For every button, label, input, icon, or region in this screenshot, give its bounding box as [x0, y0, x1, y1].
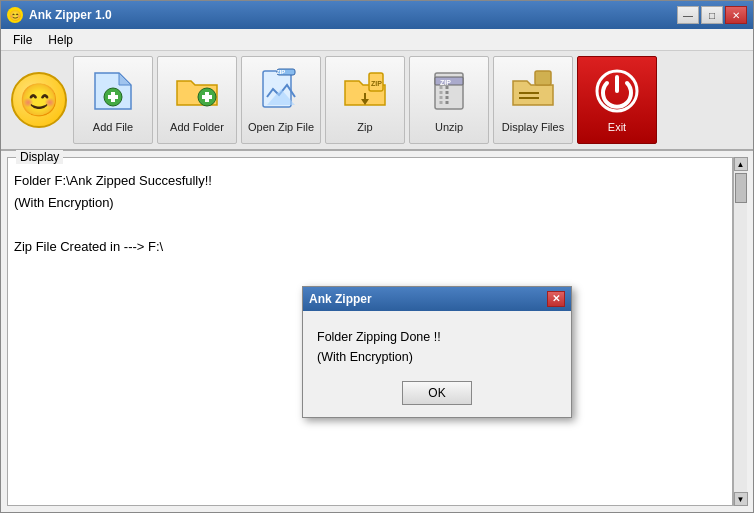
dialog-ok-button[interactable]: OK [402, 381, 472, 405]
dialog-buttons: OK [317, 381, 557, 405]
scrollbar[interactable]: ▲ ▼ [733, 157, 747, 506]
dialog-message-line1: Folder Zipping Done !! [317, 327, 557, 347]
display-files-icon [507, 65, 559, 117]
unzip-button[interactable]: ZIP Unzip [409, 56, 489, 144]
app-icon: 😊 [7, 7, 23, 23]
dialog-close-button[interactable]: ✕ [547, 291, 565, 307]
add-folder-label: Add Folder [170, 121, 224, 134]
zip-button[interactable]: ZIP Zip [325, 56, 405, 144]
add-folder-icon [171, 65, 223, 117]
svg-text:ZIP: ZIP [371, 80, 382, 87]
display-line4: Zip File Created in ---> F:\ [14, 236, 726, 258]
toolbar: 😊 Add File [1, 51, 753, 151]
dialog-title-bar: Ank Zipper ✕ [303, 287, 571, 311]
menu-bar: File Help [1, 29, 753, 51]
dialog-title: Ank Zipper [309, 292, 372, 306]
window-title: Ank Zipper 1.0 [29, 8, 112, 22]
scroll-down-arrow[interactable]: ▼ [734, 492, 748, 506]
exit-label: Exit [608, 121, 626, 134]
title-bar: 😊 Ank Zipper 1.0 — □ ✕ [1, 1, 753, 29]
display-line1: Folder F:\Ank Zipped Succesfully!! [14, 170, 726, 192]
svg-rect-7 [202, 95, 212, 99]
open-zip-label: Open Zip File [248, 121, 314, 134]
open-zip-button[interactable]: ZIP Open Zip File [241, 56, 321, 144]
display-files-button[interactable]: Display Files [493, 56, 573, 144]
main-window: 😊 Ank Zipper 1.0 — □ ✕ File Help 😊 [0, 0, 754, 513]
maximize-button[interactable]: □ [701, 6, 723, 24]
add-folder-button[interactable]: Add Folder [157, 56, 237, 144]
add-file-icon [87, 65, 139, 117]
scroll-up-arrow[interactable]: ▲ [734, 157, 748, 171]
minimize-button[interactable]: — [677, 6, 699, 24]
exit-button[interactable]: Exit [577, 56, 657, 144]
display-line3 [14, 214, 726, 236]
zip-icon: ZIP [339, 65, 391, 117]
app-logo: 😊 [11, 72, 67, 128]
svg-text:ZIP: ZIP [440, 79, 451, 86]
zip-label: Zip [357, 121, 372, 134]
menu-help[interactable]: Help [40, 31, 81, 49]
display-line2: (With Encryption) [14, 192, 726, 214]
open-zip-icon: ZIP [255, 65, 307, 117]
add-file-button[interactable]: Add File [73, 56, 153, 144]
exit-icon [591, 65, 643, 117]
add-file-label: Add File [93, 121, 133, 134]
dialog-message: Folder Zipping Done !! (With Encryption) [317, 327, 557, 367]
display-legend: Display [16, 150, 63, 164]
dialog-body: Folder Zipping Done !! (With Encryption)… [303, 311, 571, 417]
unzip-icon: ZIP [423, 65, 475, 117]
dialog-message-line2: (With Encryption) [317, 347, 557, 367]
title-bar-left: 😊 Ank Zipper 1.0 [7, 7, 112, 23]
unzip-label: Unzip [435, 121, 463, 134]
display-text: Folder F:\Ank Zipped Succesfully!! (With… [14, 170, 726, 258]
dialog: Ank Zipper ✕ Folder Zipping Done !! (Wit… [302, 286, 572, 418]
content-area: Display Folder F:\Ank Zipped Succesfully… [1, 151, 753, 512]
scroll-thumb[interactable] [735, 173, 747, 203]
svg-rect-4 [108, 95, 118, 99]
menu-file[interactable]: File [5, 31, 40, 49]
svg-marker-1 [119, 73, 131, 85]
svg-rect-21 [535, 71, 551, 85]
title-controls: — □ ✕ [677, 6, 747, 24]
display-files-label: Display Files [502, 121, 564, 134]
window-close-button[interactable]: ✕ [725, 6, 747, 24]
svg-text:ZIP: ZIP [276, 69, 285, 75]
